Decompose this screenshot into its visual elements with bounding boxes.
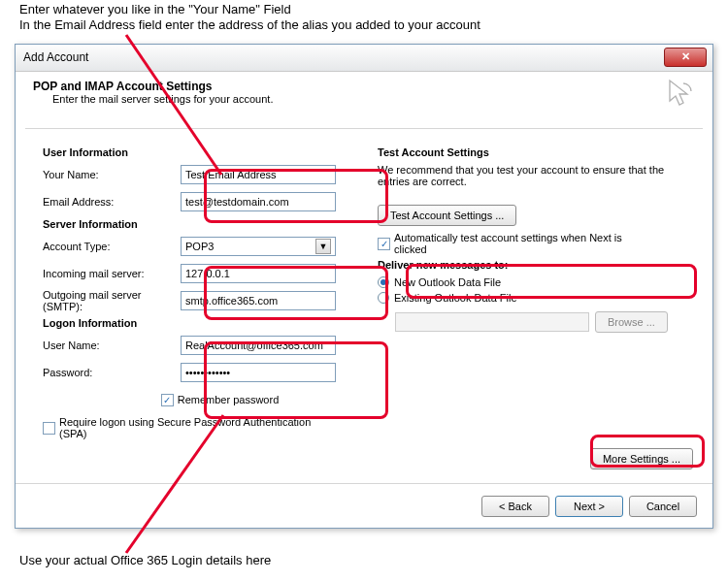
close-button[interactable]: ✕ (664, 48, 707, 67)
incoming-server-label: Incoming mail server: (43, 268, 181, 279)
instruction-line1: Enter whatever you like in the "Your Nam… (19, 2, 291, 16)
next-button[interactable]: Next > (555, 496, 623, 517)
test-account-settings-button[interactable]: Test Account Settings ... (378, 205, 516, 226)
radio-existing-data-file[interactable]: Existing Outlook Data File (378, 292, 517, 304)
cancel-button[interactable]: Cancel (629, 496, 697, 517)
cursor-icon (664, 78, 695, 109)
radio-new-data-file[interactable]: New Outlook Data File (378, 276, 501, 288)
email-address-input[interactable] (181, 192, 336, 211)
browse-button: Browse ... (595, 311, 668, 333)
auto-test-label: Automatically test account settings when… (394, 232, 646, 255)
deliver-title: Deliver new messages to: (378, 259, 693, 271)
incoming-server-input[interactable] (181, 264, 336, 283)
add-account-dialog: Add Account ✕ POP and IMAP Account Setti… (15, 44, 713, 529)
user-information-title: User Information (43, 146, 358, 158)
remember-password-checkbox[interactable]: Remember password (161, 394, 280, 406)
checkbox-icon (161, 394, 174, 406)
back-button[interactable]: < Back (481, 496, 549, 517)
auto-test-checkbox[interactable]: Automatically test account settings when… (378, 232, 646, 255)
chevron-down-icon: ▼ (315, 239, 331, 254)
username-input[interactable] (181, 336, 336, 355)
logon-information-title: Logon Information (43, 317, 358, 329)
titlebar: Add Account ✕ (16, 45, 712, 72)
server-information-title: Server Information (43, 218, 358, 230)
username-label: User Name: (43, 340, 181, 351)
password-label: Password: (43, 367, 181, 378)
email-address-label: Email Address: (43, 196, 181, 208)
dialog-footer: < Back Next > Cancel (16, 483, 712, 528)
dialog-header: POP and IMAP Account Settings Enter the … (16, 72, 712, 128)
instruction-line3: Use your actual Office 365 Login details… (19, 553, 271, 567)
your-name-input[interactable] (181, 165, 336, 184)
your-name-label: Your Name: (43, 169, 181, 180)
outgoing-server-input[interactable] (181, 291, 336, 310)
remember-password-label: Remember password (178, 394, 280, 405)
radio-icon (378, 276, 389, 288)
radio-icon (378, 292, 389, 304)
dialog-title: Add Account (23, 50, 88, 64)
test-account-text: We recommend that you test your account … (378, 164, 693, 187)
checkbox-icon (378, 238, 390, 250)
more-settings-button[interactable]: More Settings ... (590, 448, 693, 469)
right-column: Test Account Settings We recommend that … (378, 141, 693, 439)
spa-checkbox[interactable]: Require logon using Secure Password Auth… (43, 416, 331, 439)
existing-data-file-path (395, 312, 589, 332)
account-type-label: Account Type: (43, 241, 181, 252)
account-type-value: POP3 (185, 241, 214, 252)
spa-label: Require logon using Secure Password Auth… (59, 416, 331, 439)
instruction-line2: In the Email Address field enter the add… (19, 17, 480, 32)
radio-new-label: New Outlook Data File (394, 276, 501, 288)
left-column: User Information Your Name: Email Addres… (43, 141, 358, 439)
radio-existing-label: Existing Outlook Data File (394, 292, 517, 304)
outgoing-server-label: Outgoing mail server (SMTP): (43, 289, 181, 312)
header-title: POP and IMAP Account Settings (33, 80, 695, 93)
account-type-select[interactable]: POP3 ▼ (181, 237, 336, 256)
header-subtitle: Enter the mail server settings for your … (52, 93, 695, 105)
checkbox-icon (43, 422, 55, 435)
password-input[interactable] (181, 363, 336, 382)
test-account-title: Test Account Settings (378, 146, 693, 158)
